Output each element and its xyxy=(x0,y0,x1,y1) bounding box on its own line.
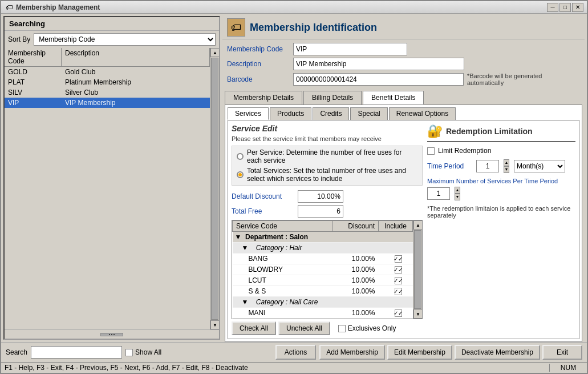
list-container: Membership Code Description GOLD Gold Cl… xyxy=(5,48,219,329)
uncheck-all-button[interactable]: Uncheck All xyxy=(278,321,330,335)
checkbox-mani[interactable]: ✓ xyxy=(395,309,402,317)
right-panel-title: Membership Identification xyxy=(250,22,377,34)
limit-redemption-label: Limit Redemption xyxy=(438,147,491,155)
svc-include-blowdry[interactable]: ✓ xyxy=(379,264,413,275)
col-service-code: Service Code xyxy=(233,221,333,232)
cat-nail-label: ▼ Category : Nail Care xyxy=(233,297,413,308)
scroll-down-button[interactable]: ▼ xyxy=(210,320,219,329)
dept-salon-label: ▼ Department : Salon xyxy=(233,232,413,243)
max-services-input[interactable] xyxy=(427,187,450,200)
checkbox-bang[interactable]: ✓ xyxy=(395,255,402,263)
tab-services[interactable]: Services xyxy=(228,107,269,120)
check-all-button[interactable]: Check All xyxy=(232,321,276,335)
checkbox-ss[interactable]: ✓ xyxy=(395,288,402,295)
table-scroll-up[interactable]: ▲ xyxy=(413,220,422,230)
tab-credits[interactable]: Credits xyxy=(313,107,349,120)
total-free-input[interactable] xyxy=(298,205,343,218)
svc-include-mani[interactable]: ✓ xyxy=(379,308,413,319)
restore-button[interactable]: □ xyxy=(559,3,571,12)
radio-per-service-label: Per Service: Determine the number of fre… xyxy=(247,148,417,164)
radio-total-services[interactable] xyxy=(237,171,244,178)
show-all-checkbox[interactable] xyxy=(125,349,133,356)
status-text: F1 - Help, F3 - Exit, F4 - Previous, F5 … xyxy=(5,364,549,372)
tab-renewal-options[interactable]: Renewal Options xyxy=(389,107,456,120)
list-row[interactable]: VIP VIP Membership xyxy=(5,98,210,108)
list-row[interactable]: SILV Silver Club xyxy=(5,87,210,98)
svc-discount-ss: 10.00% xyxy=(333,286,379,297)
svc-include-lcut[interactable]: ✓ xyxy=(379,275,413,286)
checkbox-blowdry[interactable]: ✓ xyxy=(395,266,402,274)
list-vertical-scrollbar[interactable]: ▲ ▼ xyxy=(210,48,219,329)
membership-code-input[interactable] xyxy=(293,43,407,55)
radio-group: Per Service: Determine the number of fre… xyxy=(232,146,423,186)
col-discount: Discount xyxy=(333,221,379,232)
scroll-up-button[interactable]: ▲ xyxy=(210,48,219,57)
list-cell-desc: Platinum Membership xyxy=(62,77,210,87)
description-input[interactable] xyxy=(293,58,464,70)
svc-include-ss[interactable]: ✓ xyxy=(379,286,413,297)
exit-button[interactable]: Exit xyxy=(542,345,582,360)
svc-code-mani: MANI xyxy=(233,308,333,319)
limit-redemption-checkbox[interactable] xyxy=(427,147,435,155)
radio-per-service[interactable] xyxy=(237,153,244,160)
edit-membership-button[interactable]: Edit Membership xyxy=(387,345,452,360)
time-period-unit-select[interactable]: Month(s) Day(s) Year(s) xyxy=(514,160,565,172)
checkbox-lcut[interactable]: ✓ xyxy=(395,277,402,284)
scroll-thumb[interactable] xyxy=(211,58,218,320)
barcode-input[interactable] xyxy=(293,73,464,86)
list-row[interactable]: GOLD Gold Club xyxy=(5,67,210,77)
table-scroll-thumb[interactable] xyxy=(414,230,421,309)
tab-special[interactable]: Special xyxy=(350,107,387,120)
list-area: Membership Code Description GOLD Gold Cl… xyxy=(5,48,219,329)
search-input[interactable] xyxy=(31,346,122,359)
redemption-title: Redemption Limitation xyxy=(446,127,533,136)
cat-row-hair: ▼ Category : Hair xyxy=(233,243,413,254)
limit-redemption-row: Limit Redemption xyxy=(427,147,575,155)
minimize-button[interactable]: ─ xyxy=(547,3,558,12)
resize-handle[interactable]: ⋯ xyxy=(5,329,219,339)
radio-total-services-label: Total Services: Set the total number of … xyxy=(247,167,417,183)
actions-button[interactable]: Actions xyxy=(275,345,316,360)
service-edit-panel: Service Edit Please set the service limi… xyxy=(232,124,423,335)
tab-membership-details[interactable]: Membership Details xyxy=(225,91,302,104)
radio-total-services-row: Total Services: Set the total number of … xyxy=(237,167,417,183)
list-cell-code: SILV xyxy=(5,87,62,98)
table-vertical-scrollbar[interactable]: ▲ ▼ xyxy=(413,220,422,319)
col-header-code: Membership Code xyxy=(5,48,62,66)
time-period-row: Time Period ▲ ▼ Month(s) Day(s) Year(s) xyxy=(427,159,575,173)
time-period-down[interactable]: ▼ xyxy=(504,166,509,173)
search-label: Search xyxy=(6,348,27,356)
barcode-row: Barcode *Barcode will be generated autom… xyxy=(222,71,585,87)
list-row[interactable]: PLAT Platinum Membership xyxy=(5,77,210,87)
inner-tab-content: Service Edit Please set the service limi… xyxy=(228,120,579,339)
svc-include-bang[interactable]: ✓ xyxy=(379,254,413,264)
tab-billing-details[interactable]: Billing Details xyxy=(303,91,362,104)
list-cell-desc: VIP Membership xyxy=(62,98,210,108)
table-scroll-down[interactable]: ▼ xyxy=(413,309,422,319)
sort-by-select[interactable]: Membership Code xyxy=(34,33,216,46)
list-header: Membership Code Description xyxy=(5,48,210,67)
close-button[interactable]: ✕ xyxy=(572,3,583,12)
time-period-input[interactable] xyxy=(476,160,499,172)
inner-tabs: Services Products Credits Special Renewa… xyxy=(228,107,579,120)
svc-discount-blowdry: 10.00% xyxy=(333,264,379,275)
max-services-down[interactable]: ▼ xyxy=(455,194,460,200)
tab-benefit-details[interactable]: Benefit Details xyxy=(363,91,424,104)
exclusives-only-checkbox[interactable] xyxy=(338,325,346,332)
sort-by-label: Sort By xyxy=(8,35,30,43)
max-services-up[interactable]: ▲ xyxy=(455,187,460,194)
svc-code-blowdry: BLOWDRY xyxy=(233,264,333,275)
description-label: Description xyxy=(227,60,290,68)
list-inner: Membership Code Description GOLD Gold Cl… xyxy=(5,48,210,329)
time-period-label: Time Period xyxy=(427,162,473,170)
dept-row-salon: ▼ Department : Salon xyxy=(233,232,413,243)
time-period-up[interactable]: ▲ xyxy=(504,159,509,166)
default-discount-input[interactable] xyxy=(298,190,343,203)
tab-products[interactable]: Products xyxy=(270,107,311,120)
add-membership-button[interactable]: Add Membership xyxy=(319,345,385,360)
col-include: Include xyxy=(379,221,413,232)
deactivate-membership-button[interactable]: Deactivate Membership xyxy=(455,345,540,360)
max-services-label: Maximum Number of Services Per Time Peri… xyxy=(427,178,575,184)
svc-discount-mani: 10.00% xyxy=(333,308,379,319)
list-cell-code: GOLD xyxy=(5,67,62,77)
